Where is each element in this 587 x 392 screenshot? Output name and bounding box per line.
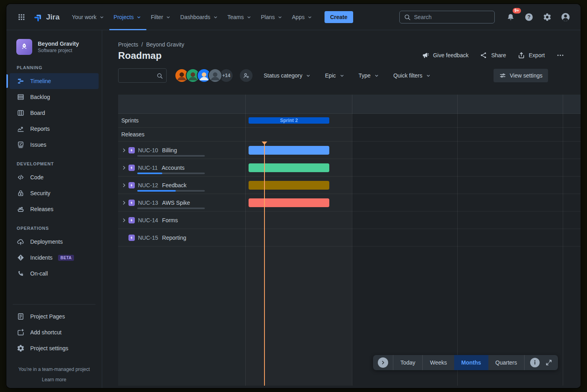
breadcrumb-projects-link[interactable]: Projects [118, 41, 138, 48]
project-name: Beyond Gravity [38, 41, 79, 47]
global-search-input[interactable] [414, 14, 490, 20]
quarters-button[interactable]: Quarters [488, 355, 524, 370]
epic-row[interactable]: NUC-13 AWS Spike [118, 194, 581, 212]
sidebar-item-label: Issues [30, 142, 46, 148]
page-icon [17, 312, 25, 320]
epic-progress-track [137, 208, 205, 209]
view-settings-button[interactable]: View settings [494, 69, 548, 82]
expand-chevron-icon[interactable] [121, 165, 127, 171]
epic-icon [128, 235, 135, 241]
epic-row[interactable]: NUC-15 Reporting [118, 229, 581, 246]
nav-item-teams[interactable]: Teams [223, 4, 257, 30]
team-managed-note: You’re in a team-managed project [6, 367, 102, 372]
notifications-bell-icon[interactable]: 9+ [504, 11, 517, 23]
releases-row-label: Releases [121, 131, 144, 138]
breadcrumb: Projects / Beyond Gravity [102, 30, 581, 48]
today-button[interactable]: Today [393, 355, 422, 370]
gear-icon [17, 344, 25, 352]
user-avatar[interactable] [559, 11, 572, 23]
epic-row[interactable]: NUC-11 Accounts [118, 159, 581, 177]
sidebar-item-project-pages[interactable]: Project Pages [10, 309, 99, 324]
sidebar-item-label: Board [30, 110, 45, 116]
section-title-development: DEVELOPMENT [6, 153, 102, 169]
sidebar-item-on-call[interactable]: On-call [10, 266, 99, 281]
help-icon[interactable]: ? [523, 11, 535, 23]
more-actions-icon[interactable] [556, 51, 565, 60]
weeks-button[interactable]: Weeks [423, 355, 454, 370]
epic-icon [128, 200, 135, 206]
beta-badge: BETA [58, 255, 74, 261]
months-button[interactable]: Months [454, 355, 488, 370]
epic-name: Feedback [162, 182, 187, 188]
sprint-bar[interactable]: Sprint 2 [249, 117, 329, 124]
expand-chevron-icon[interactable] [121, 182, 127, 188]
nav-item-filter[interactable]: Filter [146, 4, 176, 30]
sidebar-item-code[interactable]: Code [10, 169, 99, 185]
expand-chevron-icon[interactable] [121, 217, 127, 223]
expand-chevron-icon[interactable] [121, 200, 127, 206]
sidebar-item-board[interactable]: Board [10, 105, 99, 121]
nav-item-your-work[interactable]: Your work [68, 4, 109, 30]
svg-text:?: ? [527, 14, 531, 20]
sidebar-item-project-settings[interactable]: Project settings [10, 340, 99, 356]
sidebar-item-security[interactable]: Security [10, 185, 99, 201]
add-person-icon[interactable] [240, 69, 253, 82]
timeline-search[interactable] [118, 68, 167, 83]
epic-row[interactable]: NUC-10 Billing [118, 142, 581, 159]
timeline-zoom-toolbar: Today Weeks Months Quarters [373, 355, 558, 370]
board-icon [17, 109, 25, 117]
backlog-icon [17, 93, 25, 101]
jira-logo[interactable]: Jira [33, 12, 60, 22]
collapse-panel-chevron-icon[interactable] [378, 357, 388, 368]
section-title-operations: OPERATIONS [6, 217, 102, 234]
quick-filters-dropdown[interactable]: Quick filters [389, 69, 435, 82]
gridline-mar-apr [457, 95, 458, 386]
epic-name: AWS Spike [162, 200, 190, 206]
sidebar-item-add-shortcut[interactable]: Add shortcut [10, 324, 99, 340]
avatar[interactable] [208, 68, 222, 83]
share-button[interactable]: Share [480, 51, 506, 59]
breadcrumb-project-link[interactable]: Beyond Gravity [146, 41, 184, 48]
releases-row: Releases [118, 128, 581, 142]
epic-bar-feedback[interactable] [249, 181, 329, 190]
expand-chevron-icon[interactable] [121, 147, 127, 153]
sidebar-item-issues[interactable]: Issues [10, 137, 99, 153]
info-icon[interactable] [530, 358, 540, 367]
sidebar-item-releases[interactable]: Releases [10, 201, 99, 217]
app-switcher-icon[interactable] [15, 11, 28, 23]
nav-item-dashboards[interactable]: Dashboards [176, 4, 223, 30]
learn-more-link[interactable]: Learn more [42, 377, 66, 382]
nav-item-apps[interactable]: Apps [288, 4, 317, 30]
export-button[interactable]: Export [517, 51, 545, 59]
epic-bar-aws-spike[interactable] [249, 198, 329, 207]
global-search[interactable] [399, 11, 495, 23]
status-category-dropdown[interactable]: Status category [260, 69, 315, 82]
timeline-search-input[interactable] [122, 72, 156, 79]
settings-gear-icon[interactable] [541, 11, 554, 23]
epic-progress-track [137, 173, 205, 174]
give-feedback-button[interactable]: Give feedback [422, 51, 469, 59]
sidebar-item-label: Security [30, 190, 51, 196]
epic-key: NUC-11 [138, 165, 158, 171]
sidebar-item-backlog[interactable]: Backlog [10, 89, 99, 105]
type-dropdown[interactable]: Type [355, 69, 384, 82]
sidebar-item-timeline[interactable]: Timeline [10, 73, 99, 89]
nav-item-plans[interactable]: Plans [257, 4, 288, 30]
incident-diamond-icon [17, 254, 25, 262]
sidebar-item-incidents[interactable]: Incidents BETA [10, 250, 99, 266]
sidebar-item-reports[interactable]: Reports [10, 121, 99, 137]
epic-bar-accounts[interactable] [249, 163, 329, 172]
create-button[interactable]: Create [325, 11, 353, 23]
notification-badge: 9+ [513, 8, 521, 14]
project-type: Software project [38, 48, 79, 53]
today-marker-line [264, 142, 265, 386]
epic-row[interactable]: NUC-14 Forms [118, 212, 581, 229]
epic-progress-fill [137, 190, 176, 192]
sidebar-item-deployments[interactable]: Deployments [10, 234, 99, 250]
fullscreen-expand-icon[interactable] [542, 359, 558, 366]
epic-row[interactable]: NUC-12 Feedback [118, 177, 581, 194]
epic-name: Billing [162, 147, 177, 153]
epic-bar-billing[interactable] [249, 146, 329, 155]
epic-dropdown[interactable]: Epic [321, 69, 349, 82]
nav-item-projects[interactable]: Projects [109, 4, 147, 30]
